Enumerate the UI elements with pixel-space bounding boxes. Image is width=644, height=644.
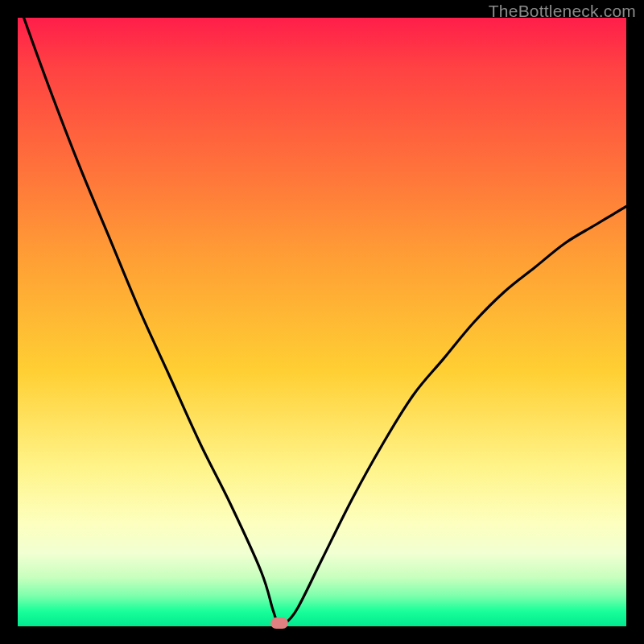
bottleneck-curve bbox=[18, 18, 626, 626]
optimal-marker bbox=[270, 617, 288, 629]
chart-frame: TheBottleneck.com bbox=[0, 0, 644, 644]
curve-path bbox=[24, 18, 626, 626]
plot-area bbox=[18, 18, 626, 626]
